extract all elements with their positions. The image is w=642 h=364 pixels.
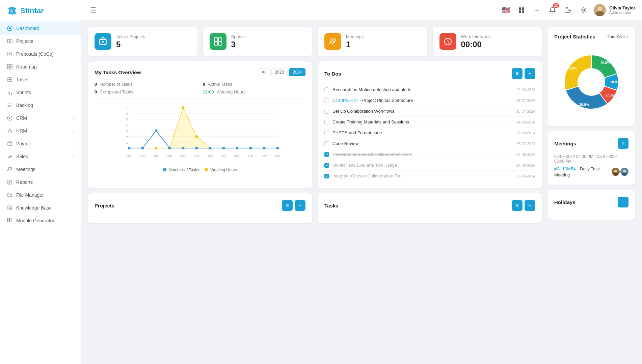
sidebar-item-dashboard[interactable]: Dashboard	[0, 22, 81, 35]
filter-tab-2023[interactable]: 2023	[271, 68, 288, 76]
sidebar-item-proposals[interactable]: Proposals (CoCo)	[0, 48, 81, 60]
notifications-button[interactable]: 52	[547, 5, 558, 16]
todo-text: PHPCS and Format code	[332, 130, 513, 135]
todo-date: 25-07-2024	[516, 99, 535, 103]
add-icon[interactable]	[532, 5, 542, 16]
todo-checkbox[interactable]	[324, 141, 329, 146]
todo-checkbox[interactable]: ✓	[324, 163, 329, 168]
language-selector[interactable]: 🇺🇸	[501, 5, 511, 16]
topbar-left: ☰	[88, 5, 495, 16]
project-stats-title: Project Statistics	[554, 34, 595, 39]
svg-rect-27	[522, 10, 524, 13]
tasks-overview-panel: My Tasks Overview All20232024 0Number of…	[88, 61, 312, 188]
todo-link[interactable]: C110P35-I27	[332, 98, 359, 103]
middle-row: My Tasks Overview All20232024 0Number of…	[88, 61, 542, 188]
work-this-week-icon	[439, 33, 456, 50]
task-stat-label: Completed Tasks	[100, 89, 133, 94]
sidebar-item-projects[interactable]: Projects	[0, 35, 81, 48]
dashboard-nav-icon	[7, 25, 13, 31]
todo-checkbox[interactable]: ✓	[324, 152, 329, 157]
meetings-nav-label: Meetings	[16, 167, 35, 172]
sidebar-item-crm[interactable]: CRM›	[0, 112, 81, 124]
todo-checkbox[interactable]	[324, 87, 329, 92]
stat-card-meetings: Meetings 1	[318, 27, 427, 56]
todo-checkbox[interactable]	[324, 98, 329, 103]
svg-text:7: 7	[126, 106, 128, 110]
sidebar-item-backlog[interactable]: Backlog	[0, 99, 81, 112]
module-generator-nav-label: Module Generator	[16, 218, 54, 223]
hrm-nav-icon	[7, 128, 13, 134]
dark-mode-toggle[interactable]	[563, 5, 573, 16]
svg-point-80	[128, 147, 131, 149]
sidebar-item-payroll[interactable]: Payroll›	[0, 137, 81, 150]
todo-checkbox[interactable]	[324, 131, 329, 135]
sidebar-item-tasks[interactable]: Tasks	[0, 73, 81, 86]
svg-point-89	[249, 147, 252, 149]
file-manager-nav-label: File Manager	[16, 192, 44, 198]
tasks-nav-icon	[7, 77, 13, 83]
projects-list-view-button[interactable]: ≡	[282, 200, 293, 211]
settings-icon[interactable]	[578, 5, 589, 16]
svg-point-2	[9, 27, 11, 29]
projects-add-button[interactable]: +	[295, 200, 305, 211]
meeting-link[interactable]: #C110M54	[554, 166, 576, 171]
period-selector[interactable]: This Year ▾	[607, 34, 628, 39]
svg-text:July: July	[207, 154, 213, 158]
tasks-add-button[interactable]: +	[525, 200, 535, 211]
meetings-value: 1	[346, 40, 364, 49]
task-stat-item: 0Completed Tasks	[95, 89, 197, 94]
svg-text:Oct: Oct	[248, 154, 253, 158]
task-stat-num: 12:00	[203, 89, 214, 94]
meetings-list-view-button[interactable]: ≡	[618, 138, 628, 149]
holidays-list-view-button[interactable]: ≡	[618, 197, 628, 207]
sidebar-item-roadmap[interactable]: Roadmap	[0, 60, 81, 73]
active-projects-icon	[95, 33, 111, 50]
payroll-nav-icon	[7, 141, 13, 147]
task-stats: 0Number of Tasks0Active Tasks0Completed …	[95, 82, 305, 99]
period-label: This Year	[607, 34, 625, 39]
svg-rect-8	[7, 67, 9, 69]
sidebar-item-sales[interactable]: Sales›	[0, 150, 81, 163]
menu-toggle-button[interactable]: ☰	[88, 5, 99, 16]
todos-add-button[interactable]: +	[525, 68, 535, 79]
sidebar-item-sprints[interactable]: Sprints	[0, 86, 81, 99]
content-right: Project Statistics This Year ▾ 20.0%10.0…	[547, 27, 635, 357]
todos-title: To Dos	[324, 71, 341, 77]
projects-nav-icon	[7, 38, 13, 44]
sidebar-item-knowledge-base[interactable]: Knowledge Base	[0, 201, 81, 214]
todo-text: Code Review	[332, 141, 513, 146]
todo-checkbox[interactable]	[324, 109, 329, 114]
active-projects-label: Active Projects	[116, 34, 145, 39]
task-stat-label: Active Tasks	[208, 82, 232, 87]
hours-legend: Working Hours	[205, 168, 237, 172]
tasks-overview-header: My Tasks Overview All20232024	[95, 68, 305, 76]
filter-tab-All[interactable]: All	[258, 68, 270, 76]
meetings-label: Meetings	[346, 34, 364, 39]
pie-label-0: 20.0%	[600, 61, 610, 65]
svg-point-12	[9, 117, 10, 119]
sidebar-item-module-generator[interactable]: Module Generator	[0, 214, 81, 227]
tasks-list-view-button[interactable]: ≡	[512, 200, 523, 211]
sales-chevron-icon: ›	[73, 155, 74, 159]
crm-nav-icon	[7, 115, 13, 121]
todos-list-view-button[interactable]: ≡	[512, 68, 523, 79]
svg-point-33	[102, 41, 104, 43]
hrm-nav-label: HRM	[16, 128, 27, 134]
filter-tab-2024[interactable]: 2024	[289, 68, 305, 76]
svg-point-16	[10, 168, 12, 169]
sidebar-item-meetings[interactable]: Meetings	[0, 163, 81, 176]
apps-icon[interactable]	[516, 5, 527, 16]
todo-item: Set Up Collaboration Workflows18-07-2024	[324, 106, 535, 117]
svg-point-96	[623, 170, 626, 172]
todo-checkbox[interactable]	[324, 120, 329, 124]
sidebar-item-reports[interactable]: Reports	[0, 176, 81, 189]
todo-text: Set Up Collaboration Workflows	[332, 109, 513, 114]
svg-point-81	[141, 147, 144, 149]
sidebar-item-hrm[interactable]: HRM›	[0, 124, 81, 137]
sidebar-item-file-manager[interactable]: File Manager	[0, 189, 81, 201]
user-menu[interactable]: Olivia Taylor Administrator	[594, 4, 635, 16]
logo-icon: S	[7, 5, 18, 16]
projects-bottom-panel: Projects ≡ +	[88, 193, 312, 223]
todo-checkbox[interactable]: ✓	[324, 174, 329, 178]
holidays-title: Holidays	[554, 199, 576, 205]
